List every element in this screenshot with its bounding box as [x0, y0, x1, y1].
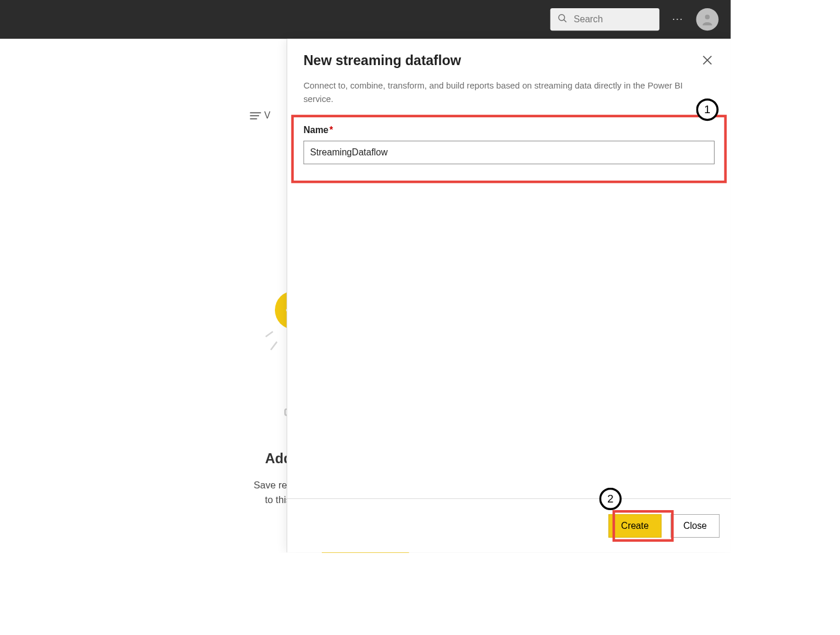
annotation-badge-2: 2: [599, 488, 621, 510]
svg-line-33: [271, 342, 277, 350]
close-icon[interactable]: [700, 53, 715, 70]
name-field-label: Name*: [304, 125, 334, 135]
svg-line-1: [564, 19, 566, 22]
required-asterisk: *: [329, 125, 333, 135]
name-label-text: Name: [304, 125, 329, 135]
search-icon: [557, 13, 567, 26]
name-field-block: 1 Name*: [304, 125, 715, 164]
svg-line-34: [266, 332, 273, 337]
svg-point-2: [705, 15, 710, 19]
panel-description: Connect to, combine, transform, and buil…: [304, 80, 712, 106]
panel-footer: 2 Create Close: [287, 498, 731, 552]
search-input[interactable]: [574, 14, 652, 25]
top-bar: ⋯: [0, 0, 731, 39]
view-menu-button[interactable]: V: [250, 110, 270, 121]
annotation-badge-1: 1: [696, 99, 719, 121]
create-button[interactable]: Create: [608, 514, 662, 538]
more-options-icon[interactable]: ⋯: [668, 13, 688, 26]
avatar[interactable]: [696, 8, 719, 30]
panel-title: New streaming dataflow: [304, 53, 461, 69]
view-menu-label: V: [264, 110, 270, 121]
search-input-container[interactable]: [550, 8, 659, 30]
name-input[interactable]: [304, 141, 715, 164]
menu-lines-icon: [250, 111, 261, 120]
svg-point-0: [559, 14, 564, 20]
close-button[interactable]: Close: [671, 514, 720, 538]
new-streaming-dataflow-panel: New streaming dataflow Connect to, combi…: [287, 39, 731, 552]
